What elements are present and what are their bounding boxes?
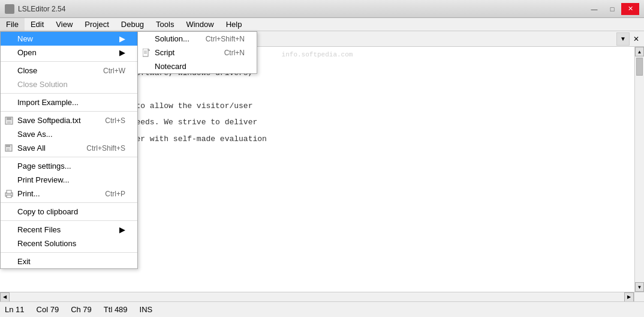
status-ins: INS <box>140 305 153 314</box>
menu-copy-clipboard[interactable]: Copy to clipboard <box>1 205 137 219</box>
svg-rect-8 <box>7 195 11 198</box>
dropdown-button[interactable]: ▼ <box>616 32 630 46</box>
status-ch: Ch 79 <box>71 305 92 314</box>
menu-print[interactable]: Print... Ctrl+P <box>1 187 137 201</box>
status-bar: Ln 11 Col 79 Ch 79 Ttl 489 INS <box>0 301 644 317</box>
panel-close-button[interactable]: ✕ <box>631 34 642 44</box>
divider-7 <box>1 252 137 253</box>
menu-project[interactable]: Project <box>79 18 115 31</box>
menu-tools[interactable]: Tools <box>150 18 180 31</box>
menu-file[interactable]: File <box>0 18 25 31</box>
svg-rect-1 <box>7 117 11 120</box>
divider-1 <box>1 61 137 62</box>
scroll-h-track[interactable] <box>10 292 624 301</box>
menu-new[interactable]: New ▶ <box>1 32 137 46</box>
close-button[interactable]: ✕ <box>621 3 639 15</box>
scroll-down-button[interactable]: ▼ <box>635 282 644 292</box>
minimize-button[interactable]: — <box>585 3 603 15</box>
svg-rect-7 <box>7 190 11 193</box>
status-ttl: Ttl 489 <box>104 305 128 314</box>
menu-save-as[interactable]: Save As... <box>1 127 137 141</box>
svg-rect-5 <box>7 148 10 151</box>
menu-new-script[interactable]: Script Ctrl+N <box>138 46 257 59</box>
window-controls: — □ ✕ <box>585 3 639 15</box>
menu-new-solution[interactable]: Solution... Ctrl+Shift+N <box>138 32 257 46</box>
scroll-left-button[interactable]: ◀ <box>0 292 10 302</box>
save-icon <box>4 116 14 125</box>
menu-bar: File Edit View Project Debug Tools Windo… <box>0 18 644 31</box>
divider-6 <box>1 220 137 221</box>
script-doc-icon <box>142 48 151 58</box>
menu-close[interactable]: Close Ctrl+W <box>1 64 137 77</box>
recent-files-arrow: ▶ <box>119 225 125 234</box>
divider-5 <box>1 202 137 203</box>
save-all-icon <box>4 143 14 153</box>
menu-recent-solutions[interactable]: Recent Solutions <box>1 237 137 250</box>
print-icon <box>4 189 14 199</box>
menu-close-solution: Close Solution <box>1 77 137 91</box>
menu-save-all[interactable]: Save All Ctrl+Shift+S <box>1 141 137 155</box>
menu-save[interactable]: Save Softpedia.txt Ctrl+S <box>1 113 137 127</box>
divider-2 <box>1 93 137 94</box>
scrollbar-corner <box>634 292 644 302</box>
vertical-scrollbar[interactable]: ▲ ▼ <box>634 47 644 292</box>
menu-new-notecard[interactable]: Notecard <box>138 59 257 73</box>
file-dropdown: New ▶ Open ▶ Close Ctrl+W Close Solution… <box>0 31 138 269</box>
window-title: LSLEditor 2.54 <box>18 5 65 13</box>
open-submenu-arrow: ▶ <box>119 48 125 57</box>
app-icon <box>5 4 14 14</box>
scroll-right-button[interactable]: ▶ <box>624 292 634 302</box>
menu-open[interactable]: Open ▶ <box>1 46 137 59</box>
new-submenu: Solution... Ctrl+Shift+N Script Ctrl+N N… <box>137 31 257 74</box>
maximize-button[interactable]: □ <box>603 3 621 15</box>
submenu-arrow: ▶ <box>119 34 125 43</box>
menu-recent-files[interactable]: Recent Files ▶ <box>1 223 137 237</box>
menu-import[interactable]: Import Example... <box>1 95 137 109</box>
menu-edit[interactable]: Edit <box>25 18 50 31</box>
divider-4 <box>1 157 137 157</box>
status-ln: Ln 11 <box>5 305 25 314</box>
horizontal-scrollbar[interactable]: ◀ ▶ <box>0 292 634 301</box>
svg-rect-4 <box>6 145 10 147</box>
scroll-up-button[interactable]: ▲ <box>635 47 644 56</box>
menu-window[interactable]: Window <box>180 18 219 31</box>
menu-debug[interactable]: Debug <box>115 18 150 31</box>
svg-rect-2 <box>7 121 11 124</box>
menu-page-settings[interactable]: Page settings... <box>1 159 137 173</box>
divider-3 <box>1 111 137 112</box>
editor-line: info.softpedia.com <box>282 50 353 60</box>
menu-exit[interactable]: Exit <box>1 255 137 268</box>
status-col: Col 79 <box>37 305 59 314</box>
title-bar: LSLEditor 2.54 — □ ✕ <box>0 0 644 18</box>
menu-help[interactable]: Help <box>220 18 248 31</box>
scroll-thumb[interactable] <box>636 58 643 76</box>
menu-print-preview[interactable]: Print Preview... <box>1 173 137 187</box>
scroll-track[interactable] <box>635 56 644 282</box>
horizontal-scrollbar-area: ◀ ▶ <box>0 292 644 301</box>
menu-view[interactable]: View <box>50 18 79 31</box>
